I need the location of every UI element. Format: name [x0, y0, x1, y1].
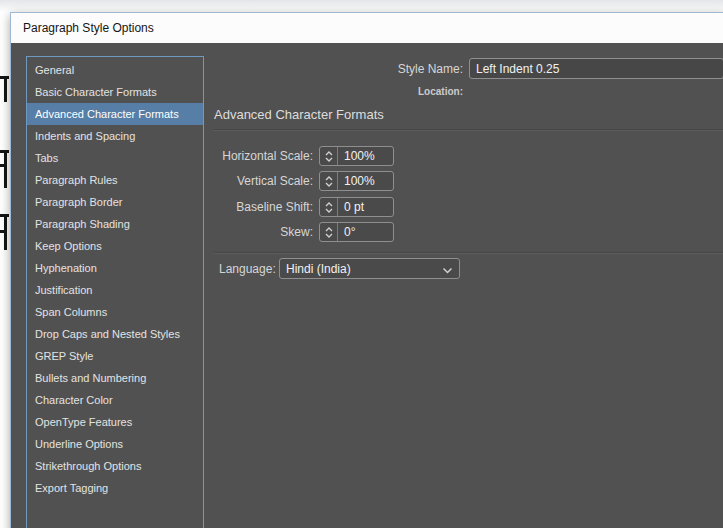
- sidebar-item-general[interactable]: General: [27, 59, 203, 81]
- paragraph-style-options-dialog: Paragraph Style Options General Basic Ch…: [10, 12, 723, 528]
- sidebar-item-grep-style[interactable]: GREP Style: [27, 345, 203, 367]
- sidebar-item-tabs[interactable]: Tabs: [27, 147, 203, 169]
- horizontal-scale-field: 100%: [319, 146, 394, 166]
- glyph-stroke: [4, 78, 7, 102]
- horizontal-scale-label: Horizontal Scale:: [204, 149, 319, 163]
- vertical-scale-value[interactable]: 100%: [338, 172, 393, 190]
- language-dropdown[interactable]: Hindi (India): [279, 258, 460, 279]
- baseline-shift-row: Baseline Shift: 0 pt: [204, 197, 394, 217]
- sidebar-item-opentype-features[interactable]: OpenType Features: [27, 411, 203, 433]
- sidebar-item-advanced-character-formats[interactable]: Advanced Character Formats: [27, 103, 203, 125]
- location-label: Location:: [304, 86, 469, 97]
- stepper-icon[interactable]: [320, 223, 338, 241]
- language-value: Hindi (India): [286, 262, 442, 276]
- style-category-list: General Basic Character Formats Advanced…: [26, 56, 204, 528]
- sidebar-item-paragraph-border[interactable]: Paragraph Border: [27, 191, 203, 213]
- baseline-shift-field: 0 pt: [319, 197, 394, 217]
- stepper-icon[interactable]: [320, 198, 338, 216]
- dialog-title: Paragraph Style Options: [23, 21, 154, 35]
- sidebar-item-drop-caps-and-nested-styles[interactable]: Drop Caps and Nested Styles: [27, 323, 203, 345]
- sidebar-item-character-color[interactable]: Character Color: [27, 389, 203, 411]
- dialog-body: General Basic Character Formats Advanced…: [11, 43, 723, 528]
- sidebar-item-paragraph-rules[interactable]: Paragraph Rules: [27, 169, 203, 191]
- sidebar-item-export-tagging[interactable]: Export Tagging: [27, 477, 203, 499]
- sidebar-item-underline-options[interactable]: Underline Options: [27, 433, 203, 455]
- skew-field: 0°: [319, 222, 394, 242]
- sidebar-item-span-columns[interactable]: Span Columns: [27, 301, 203, 323]
- sidebar-item-hyphenation[interactable]: Hyphenation: [27, 257, 203, 279]
- divider: [214, 252, 723, 254]
- sidebar-item-paragraph-shading[interactable]: Paragraph Shading: [27, 213, 203, 235]
- glyph-stroke: [0, 230, 5, 233]
- sidebar-item-basic-character-formats[interactable]: Basic Character Formats: [27, 81, 203, 103]
- vertical-scale-field: 100%: [319, 171, 394, 191]
- sidebar-item-strikethrough-options[interactable]: Strikethrough Options: [27, 455, 203, 477]
- divider: [214, 129, 723, 131]
- baseline-shift-value[interactable]: 0 pt: [338, 198, 393, 216]
- style-name-row: Style Name:: [304, 58, 723, 79]
- horizontal-scale-value[interactable]: 100%: [338, 147, 393, 165]
- app-background-strip: [0, 0, 723, 12]
- baseline-shift-label: Baseline Shift:: [204, 200, 319, 214]
- main-panel: Style Name: Location: Advanced Character…: [204, 43, 723, 528]
- skew-value[interactable]: 0°: [338, 223, 393, 241]
- vertical-scale-label: Vertical Scale:: [204, 174, 319, 188]
- devanagari-fragment: [0, 214, 9, 250]
- skew-label: Skew:: [204, 225, 319, 239]
- glyph-stroke: [4, 216, 7, 250]
- vertical-scale-row: Vertical Scale: 100%: [204, 171, 394, 191]
- devanagari-fragment: [0, 76, 9, 102]
- dialog-titlebar[interactable]: Paragraph Style Options: [11, 13, 723, 43]
- sidebar-item-bullets-and-numbering[interactable]: Bullets and Numbering: [27, 367, 203, 389]
- language-label: Language:: [219, 262, 279, 276]
- stepper-icon[interactable]: [320, 172, 338, 190]
- style-name-input[interactable]: [469, 58, 723, 79]
- chevron-down-icon: [442, 260, 453, 278]
- panel-heading: Advanced Character Formats: [214, 107, 384, 122]
- horizontal-scale-row: Horizontal Scale: 100%: [204, 146, 394, 166]
- devanagari-fragment: [0, 150, 9, 188]
- skew-row: Skew: 0°: [204, 222, 394, 242]
- sidebar-item-justification[interactable]: Justification: [27, 279, 203, 301]
- glyph-stroke: [4, 152, 7, 188]
- style-name-label: Style Name:: [304, 62, 469, 76]
- stepper-icon[interactable]: [320, 147, 338, 165]
- sidebar-item-indents-and-spacing[interactable]: Indents and Spacing: [27, 125, 203, 147]
- language-row: Language: Hindi (India): [219, 258, 460, 279]
- glyph-stroke: [0, 164, 5, 167]
- sidebar-item-keep-options[interactable]: Keep Options: [27, 235, 203, 257]
- location-row: Location:: [304, 84, 469, 98]
